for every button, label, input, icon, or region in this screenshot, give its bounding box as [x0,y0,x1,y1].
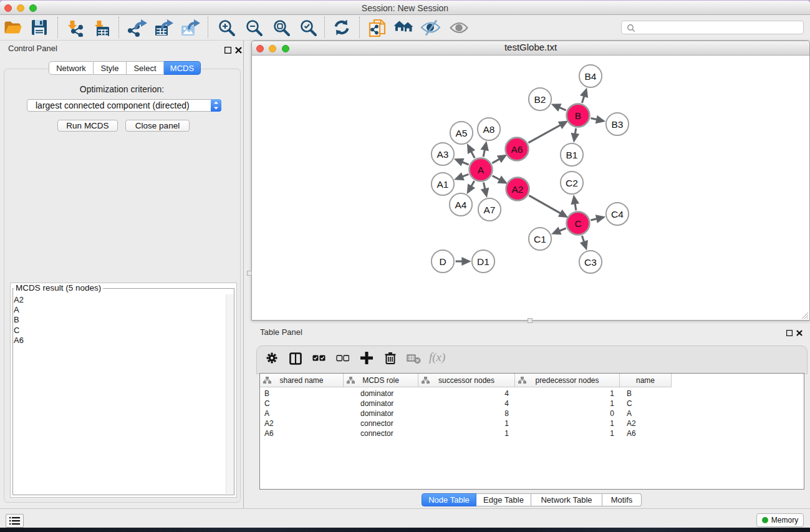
svg-text:A2: A2 [512,184,524,195]
svg-text:C3: C3 [584,257,597,268]
svg-text:A3: A3 [437,149,449,160]
svg-text:B1: B1 [566,150,578,160]
svg-text:A8: A8 [483,124,495,135]
svg-text:B3: B3 [612,119,624,130]
svg-text:A1: A1 [437,179,449,190]
svg-text:D: D [439,256,446,267]
svg-text:C4: C4 [611,209,624,220]
svg-text:C: C [574,218,581,229]
svg-text:A5: A5 [456,128,468,138]
svg-text:D1: D1 [477,256,489,267]
svg-text:C2: C2 [566,178,578,188]
svg-text:A: A [478,165,485,175]
svg-text:A6: A6 [511,144,523,155]
svg-text:B2: B2 [534,94,546,105]
svg-text:A7: A7 [484,205,496,215]
svg-text:A4: A4 [455,200,467,210]
svg-text:B4: B4 [585,71,597,82]
svg-text:C1: C1 [534,234,546,244]
svg-text:B: B [575,110,581,121]
